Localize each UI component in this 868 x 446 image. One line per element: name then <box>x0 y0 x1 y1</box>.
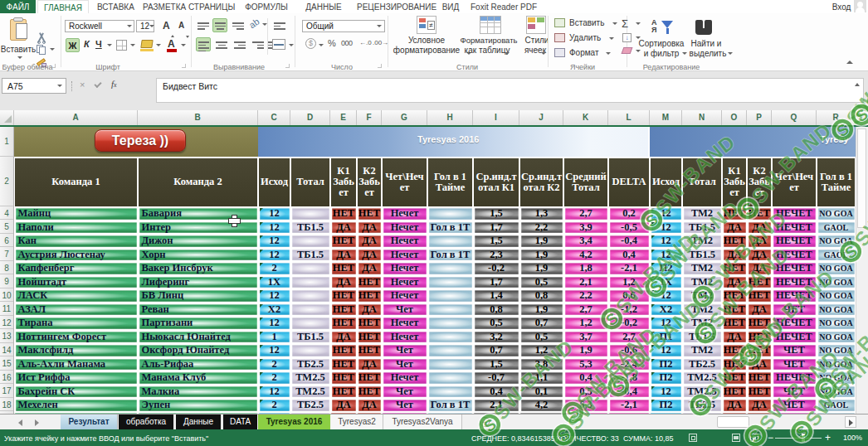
svg-text:SW-BAND: SW-BAND <box>553 345 661 438</box>
